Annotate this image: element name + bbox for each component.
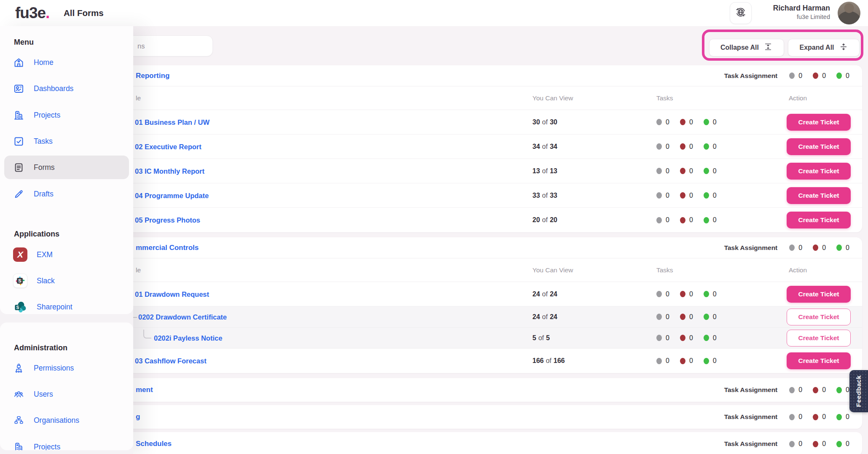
form-link[interactable]: 03 IC Monthly Report [135, 167, 204, 175]
create-ticket-button[interactable]: Create Ticket [787, 330, 851, 347]
section-link[interactable]: mmercial Controls [136, 244, 199, 252]
task-counts: 0 0 0 [656, 143, 717, 150]
task-assignment-label: Task Assignment [724, 386, 778, 394]
collapse-all-button[interactable]: Collapse All [709, 39, 784, 56]
table-header-row: le You Can View Tasks Action [10, 258, 862, 282]
fu3e-logo: fu3e. [15, 4, 49, 22]
status-dot-green [704, 314, 709, 320]
status-dot-gray [656, 291, 662, 297]
status-dot-red [680, 217, 685, 223]
sidebar-heading-applications: Applications [14, 230, 59, 239]
status-count: 0 [822, 72, 826, 80]
you-can-view-value: 34of34 [532, 143, 557, 150]
task-assignment-label: Task Assignment [724, 72, 778, 80]
create-ticket-button[interactable]: Create Ticket [787, 163, 851, 180]
sidebar-heading-administration: Administration [14, 344, 67, 352]
create-ticket-button[interactable]: Create Ticket [787, 286, 851, 303]
buildings-icon [13, 110, 24, 121]
tree-elbow-icon [143, 330, 151, 338]
top-header-bar: fu3e. All Forms Richard Harman fu3e Limi… [0, 0, 868, 26]
sidebar-item-dashboards[interactable]: Dashboards [4, 77, 129, 100]
status-dot-red [680, 291, 685, 297]
status-dot-red [813, 441, 818, 447]
buildings-icon [13, 441, 24, 451]
sidebar-item-slack[interactable]: S Slack [4, 269, 129, 293]
task-assignment-summary: Task Assignment 0 0 0 [724, 440, 849, 448]
globe-sync-icon [734, 6, 747, 20]
table-row: 01 Drawdown Request 24of24 0 0 0 Create … [10, 282, 862, 306]
sidebar-item-forms[interactable]: Forms [4, 156, 129, 179]
form-link[interactable]: 0202 Drawdown Certificate [138, 313, 227, 321]
section-link[interactable]: Reporting [136, 72, 169, 80]
sidebar-item-label: Forms [34, 163, 55, 172]
sidebar-item-drafts[interactable]: Drafts [4, 182, 129, 206]
sidebar-item-users[interactable]: Users [4, 382, 129, 406]
sidebar-item-organisations[interactable]: Organisations [4, 408, 129, 432]
sidebar-item-permissions[interactable]: Permissions [4, 356, 129, 380]
sidebar: Menu Home Dashboards Projects Tasks Form… [0, 26, 133, 454]
form-link[interactable]: 02 Executive Report [135, 142, 202, 150]
form-link[interactable]: 04 Programme Update [135, 191, 209, 199]
task-counts: 0 0 0 [656, 313, 717, 321]
language-sync-button[interactable] [730, 2, 752, 24]
you-can-view-value: 5of5 [532, 334, 550, 342]
status-dot-green [836, 414, 842, 420]
task-counts: 0 0 0 [656, 118, 717, 126]
section-link[interactable]: Schedules [136, 440, 172, 448]
status-dot-green [836, 441, 842, 447]
table-row: 04 Programme Update 33of33 0 0 0 Create … [10, 183, 862, 208]
sidebar-heading-menu: Menu [14, 38, 34, 47]
status-dot-gray [789, 441, 795, 447]
task-assignment-summary: Task Assignment 0 0 0 [724, 244, 849, 252]
sidebar-item-tasks[interactable]: Tasks [4, 129, 129, 153]
create-ticket-button[interactable]: Create Ticket [787, 352, 851, 369]
collapse-vertical-icon [763, 42, 773, 53]
sidebar-item-label: Dashboards [34, 84, 73, 93]
form-link[interactable]: 01 Business Plan / UW [135, 118, 210, 126]
status-dot-red [680, 192, 685, 199]
sidebar-item-home[interactable]: Home [4, 51, 129, 74]
app-root: Collapse All Expand All Reporting Task A… [0, 0, 868, 454]
form-link[interactable]: 01 Drawdown Request [135, 290, 209, 298]
expand-all-button[interactable]: Expand All [788, 39, 860, 56]
status-dot-green [836, 387, 842, 393]
sidebar-item-projects-admin[interactable]: Projects [4, 435, 129, 450]
section-card-reporting: Reporting Task Assignment 0 0 0 le You C… [10, 65, 862, 232]
permissions-lock-icon [13, 363, 24, 374]
user-name: Richard Harman [773, 3, 830, 13]
task-assignment-label: Task Assignment [724, 413, 778, 421]
section-title-row: Reporting Task Assignment 0 0 0 [10, 65, 862, 86]
form-link[interactable]: 05 Progress Photos [135, 216, 200, 224]
sidebar-item-label: Tasks [34, 137, 53, 146]
status-dot-gray [789, 73, 795, 79]
section-card-collapsed: Schedules Task Assignment 0 0 0 [10, 432, 862, 454]
user-info[interactable]: Richard Harman fu3e Limited [773, 3, 830, 20]
create-ticket-button[interactable]: Create Ticket [787, 138, 851, 155]
task-counts: 0 0 0 [656, 334, 717, 342]
sidebar-item-exm[interactable]: X EXM [4, 243, 129, 266]
feedback-tab-label: Feedback [855, 375, 863, 407]
table-row-grandchild: 0202i Payless Notice 5of5 0 0 0 Create T… [10, 328, 862, 349]
column-header-view: You Can View [532, 266, 573, 274]
create-ticket-button[interactable]: Create Ticket [787, 187, 851, 204]
create-ticket-button[interactable]: Create Ticket [787, 212, 851, 228]
document-icon [13, 162, 24, 173]
create-ticket-button[interactable]: Create Ticket [787, 114, 851, 131]
sharepoint-app-icon: S [13, 300, 27, 314]
section-link[interactable]: ment [136, 386, 153, 394]
table-row: 05 Progress Photos 20of20 0 0 0 Create T… [10, 208, 862, 232]
feedback-tab[interactable]: Feedback [849, 370, 868, 412]
section-link[interactable]: g [136, 413, 140, 421]
status-count: 0 [798, 72, 802, 80]
sidebar-item-label: Sharepoint [37, 303, 73, 312]
status-dot-gray [656, 168, 662, 174]
form-link[interactable]: 0202i Payless Notice [154, 334, 222, 342]
sidebar-item-sharepoint[interactable]: S Sharepoint [4, 295, 129, 314]
sidebar-item-projects[interactable]: Projects [4, 103, 129, 127]
status-dot-gray [789, 244, 795, 251]
create-ticket-button[interactable]: Create Ticket [787, 309, 851, 325]
avatar[interactable] [838, 2, 860, 24]
you-can-view-value: 13of13 [532, 167, 557, 175]
column-header-title: le [136, 266, 141, 274]
form-link[interactable]: 03 Cashflow Forecast [135, 357, 207, 365]
